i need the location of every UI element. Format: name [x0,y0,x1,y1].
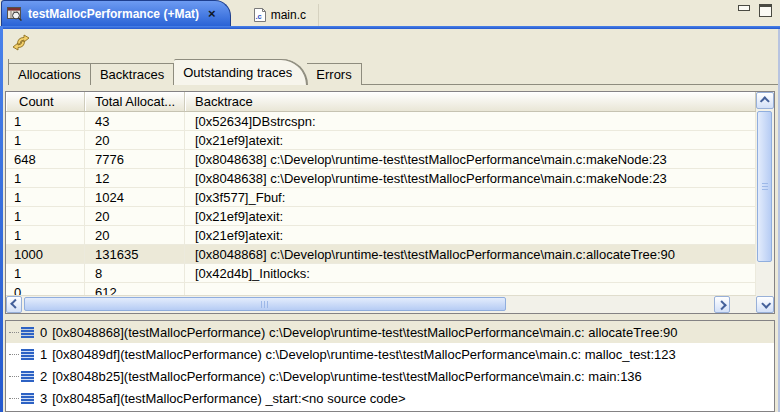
table-row[interactable]: 120[0x21ef9]atexit: [6,207,756,226]
cell-backtrace: [0x21ef9]atexit: [185,226,756,244]
cell-backtrace: [0x8048868] c:\Develop\runtime-test\test… [185,245,756,263]
maximize-icon[interactable] [759,4,772,17]
tab-label: Errors [316,67,351,82]
backtrace-text: [0x8048b25](testMallocPerformance) c:\De… [52,369,642,384]
active-tab-underline [0,26,780,29]
cell-count: 1 [6,131,85,149]
stack-frames-icon [21,327,34,338]
cell-backtrace: [0x8048638] c:\Develop\runtime-test\test… [185,169,756,187]
profile-view-icon [7,7,23,21]
column-header-backtrace[interactable]: Backtrace [185,92,756,111]
vertical-scrollbar[interactable] [756,92,774,313]
table-row[interactable]: 112[0x8048638] c:\Develop\runtime-test\t… [6,169,756,188]
cell-backtrace: [0x21ef9]atexit: [185,131,756,149]
stack-frames-icon [21,349,34,360]
cell-total-allocated: 20 [85,207,185,225]
tab-main-c[interactable]: .c main.c [241,4,319,26]
backtrace-index: 1 [40,347,47,362]
backtrace-detail-panel: 0[0x8048868](testMallocPerformance) c:\D… [5,320,775,412]
column-label: Total Allocat... [95,94,175,109]
vertical-scroll-thumb[interactable] [757,111,772,262]
scrollbar-corner [730,296,756,313]
tab-errors[interactable]: Errors [307,63,361,85]
column-label: Backtrace [195,94,253,109]
table-row[interactable]: 120[0x21ef9]atexit: [6,226,756,245]
c-file-icon: .c [253,8,266,22]
table-row[interactable]: 1000131635[0x8048868] c:\Develop\runtime… [6,245,756,264]
table-row[interactable]: 0612 [6,283,756,295]
chevron-up-icon [759,96,769,106]
horizontal-scroll-track[interactable] [22,296,714,313]
tab-label: Backtraces [100,67,164,82]
backtrace-item[interactable]: 2[0x8048b25](testMallocPerformance) c:\D… [6,365,774,387]
cell-count: 1 [6,169,85,187]
cell-total-allocated: 8 [85,264,185,282]
view-border-left [0,26,3,412]
backtrace-text: [0x8048868](testMallocPerformance) c:\De… [52,325,677,340]
table-row[interactable]: 143[0x52634]DBstrcspn: [6,112,756,131]
table-row[interactable]: 18[0x42d4b]_Initlocks: [6,264,756,283]
cell-count: 1 [6,112,85,130]
table-row[interactable]: 11024[0x3f577]_Fbuf: [6,188,756,207]
cell-backtrace: [0x8048638] c:\Develop\runtime-test\test… [185,150,756,168]
minimize-icon[interactable] [738,5,750,11]
cell-total-allocated: 20 [85,226,185,244]
cell-backtrace: [0x3f577]_Fbuf: [185,188,756,206]
view-toolbar [0,26,780,59]
column-header-count[interactable]: Count [6,92,85,111]
backtrace-item[interactable]: 3[0x80485af](testMallocPerformance) _sta… [6,387,774,409]
backtrace-text: [0x80489df](testMallocPerformance) c:\De… [52,347,676,362]
table-row[interactable]: 120[0x21ef9]atexit: [6,131,756,150]
horizontal-scroll-thumb[interactable] [24,297,506,311]
backtrace-item[interactable]: 1[0x80489df](testMallocPerformance) c:\D… [6,343,774,365]
backtrace-item[interactable]: 0[0x8048868](testMallocPerformance) c:\D… [6,321,774,343]
tree-connector-line [9,398,19,399]
vertical-scroll-track[interactable] [756,109,774,296]
chevron-left-icon [10,299,20,309]
outstanding-traces-table: Count Total Allocat... Backtrace 143[0x5… [5,91,775,314]
scroll-right-button[interactable] [714,296,730,313]
refresh-button[interactable] [10,33,32,53]
horizontal-scrollbar[interactable] [6,295,756,313]
column-label: Count [19,94,54,109]
backtrace-index: 2 [40,369,47,384]
cell-total-allocated: 43 [85,112,185,130]
scroll-left-button[interactable] [6,296,22,313]
tab-test-malloc-performance[interactable]: testMallocPerformance (+Mat) × [1,0,231,26]
stack-frames-icon [21,393,34,404]
tab-label: Allocations [18,67,81,82]
view-window-controls [738,4,772,17]
result-tab-folder: Allocations Backtraces Outstanding trace… [8,59,775,85]
backtrace-index: 3 [40,391,47,406]
cell-total-allocated: 612 [85,283,185,295]
cell-total-allocated: 20 [85,131,185,149]
cell-total-allocated: 7776 [85,150,185,168]
scroll-grip [261,301,269,308]
tab-outstanding-traces[interactable]: Outstanding traces [174,59,307,85]
result-tabs: Allocations Backtraces Outstanding trace… [8,59,362,85]
chevron-down-icon [761,299,771,309]
scroll-up-button[interactable] [756,92,774,109]
tab-allocations[interactable]: Allocations [9,63,91,85]
cell-backtrace: [0x52634]DBstrcspn: [185,112,756,130]
svg-text:.c: .c [255,12,261,21]
scroll-down-button[interactable] [756,296,774,313]
cell-total-allocated: 131635 [85,245,185,263]
tab-label: main.c [271,8,306,22]
table-row[interactable]: 6487776[0x8048638] c:\Develop\runtime-te… [6,150,756,169]
cell-count: 648 [6,150,85,168]
cell-total-allocated: 12 [85,169,185,187]
refresh-icon [11,34,31,51]
cell-backtrace [185,283,756,295]
cell-count: 1 [6,188,85,206]
close-icon[interactable]: × [208,8,216,20]
column-header-total-allocated[interactable]: Total Allocat... [85,92,185,111]
backtrace-index: 0 [40,325,47,340]
cell-count: 1 [6,207,85,225]
cell-count: 1 [6,226,85,244]
tab-backtraces[interactable]: Backtraces [91,63,174,85]
scroll-grip [762,183,768,191]
cell-count: 1000 [6,245,85,263]
malloc-analysis-view: testMallocPerformance (+Mat) × .c main.c [0,0,780,412]
backtrace-text: [0x80485af](testMallocPerformance) _star… [52,391,405,406]
